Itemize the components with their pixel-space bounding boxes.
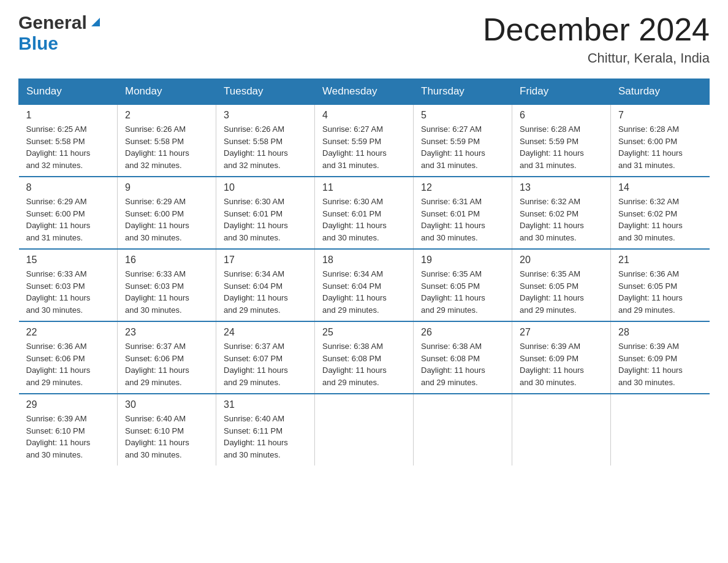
calendar-day-cell xyxy=(315,394,414,465)
calendar-day-cell: 15 Sunrise: 6:33 AM Sunset: 6:03 PM Dayl… xyxy=(19,249,118,321)
calendar-day-cell: 13 Sunrise: 6:32 AM Sunset: 6:02 PM Dayl… xyxy=(512,177,611,249)
day-number: 6 xyxy=(520,110,603,121)
day-number: 22 xyxy=(26,327,110,338)
weekday-header-tuesday: Tuesday xyxy=(216,79,315,105)
day-number: 15 xyxy=(26,255,110,266)
day-info: Sunrise: 6:40 AM Sunset: 6:10 PM Dayligh… xyxy=(125,413,208,461)
day-number: 23 xyxy=(125,327,208,338)
calendar-day-cell: 10 Sunrise: 6:30 AM Sunset: 6:01 PM Dayl… xyxy=(216,177,315,249)
day-info: Sunrise: 6:38 AM Sunset: 6:08 PM Dayligh… xyxy=(322,340,406,388)
weekday-header-friday: Friday xyxy=(512,79,611,105)
day-info: Sunrise: 6:32 AM Sunset: 6:02 PM Dayligh… xyxy=(618,196,702,243)
calendar-day-cell: 6 Sunrise: 6:28 AM Sunset: 5:59 PM Dayli… xyxy=(512,104,611,177)
day-info: Sunrise: 6:36 AM Sunset: 6:05 PM Dayligh… xyxy=(618,268,702,316)
day-number: 16 xyxy=(125,255,208,266)
page-header: General Blue December 2024 Chittur, Kera… xyxy=(18,12,710,66)
day-info: Sunrise: 6:39 AM Sunset: 6:10 PM Dayligh… xyxy=(26,413,110,461)
day-number: 10 xyxy=(224,182,307,193)
day-number: 9 xyxy=(125,182,208,193)
day-info: Sunrise: 6:36 AM Sunset: 6:06 PM Dayligh… xyxy=(26,340,110,388)
calendar-day-cell: 22 Sunrise: 6:36 AM Sunset: 6:06 PM Dayl… xyxy=(19,321,118,394)
calendar-day-cell: 18 Sunrise: 6:34 AM Sunset: 6:04 PM Dayl… xyxy=(315,249,414,321)
day-info: Sunrise: 6:38 AM Sunset: 6:08 PM Dayligh… xyxy=(421,340,504,388)
day-info: Sunrise: 6:34 AM Sunset: 6:04 PM Dayligh… xyxy=(224,268,307,316)
calendar-day-cell xyxy=(414,394,512,465)
day-info: Sunrise: 6:27 AM Sunset: 5:59 PM Dayligh… xyxy=(421,123,504,171)
day-info: Sunrise: 6:39 AM Sunset: 6:09 PM Dayligh… xyxy=(618,340,702,388)
weekday-header-sunday: Sunday xyxy=(19,79,118,105)
calendar-week-row: 8 Sunrise: 6:29 AM Sunset: 6:00 PM Dayli… xyxy=(19,177,710,249)
day-number: 11 xyxy=(322,182,406,193)
day-number: 18 xyxy=(322,255,406,266)
calendar-day-cell: 11 Sunrise: 6:30 AM Sunset: 6:01 PM Dayl… xyxy=(315,177,414,249)
day-number: 12 xyxy=(421,182,504,193)
day-number: 5 xyxy=(421,110,504,121)
calendar-day-cell: 9 Sunrise: 6:29 AM Sunset: 6:00 PM Dayli… xyxy=(118,177,216,249)
day-info: Sunrise: 6:34 AM Sunset: 6:04 PM Dayligh… xyxy=(322,268,406,316)
day-info: Sunrise: 6:25 AM Sunset: 5:58 PM Dayligh… xyxy=(26,123,110,171)
calendar-day-cell: 25 Sunrise: 6:38 AM Sunset: 6:08 PM Dayl… xyxy=(315,321,414,394)
day-info: Sunrise: 6:31 AM Sunset: 6:01 PM Dayligh… xyxy=(421,196,504,243)
calendar-day-cell xyxy=(512,394,611,465)
month-title: December 2024 xyxy=(483,12,710,47)
calendar-day-cell: 4 Sunrise: 6:27 AM Sunset: 5:59 PM Dayli… xyxy=(315,104,414,177)
calendar-day-cell: 1 Sunrise: 6:25 AM Sunset: 5:58 PM Dayli… xyxy=(19,104,118,177)
calendar-day-cell: 3 Sunrise: 6:26 AM Sunset: 5:58 PM Dayli… xyxy=(216,104,315,177)
calendar-day-cell xyxy=(611,394,710,465)
logo-triangle-icon xyxy=(89,15,102,31)
calendar-day-cell: 23 Sunrise: 6:37 AM Sunset: 6:06 PM Dayl… xyxy=(118,321,216,394)
day-number: 21 xyxy=(618,255,702,266)
weekday-header-thursday: Thursday xyxy=(414,79,512,105)
day-info: Sunrise: 6:37 AM Sunset: 6:06 PM Dayligh… xyxy=(125,340,208,388)
weekday-header-saturday: Saturday xyxy=(611,79,710,105)
weekday-header-monday: Monday xyxy=(118,79,216,105)
calendar-week-row: 29 Sunrise: 6:39 AM Sunset: 6:10 PM Dayl… xyxy=(19,394,710,465)
day-number: 27 xyxy=(520,327,603,338)
title-section: December 2024 Chittur, Kerala, India xyxy=(483,12,710,66)
day-info: Sunrise: 6:28 AM Sunset: 6:00 PM Dayligh… xyxy=(618,123,702,171)
day-info: Sunrise: 6:35 AM Sunset: 6:05 PM Dayligh… xyxy=(421,268,504,316)
day-info: Sunrise: 6:27 AM Sunset: 5:59 PM Dayligh… xyxy=(322,123,406,171)
day-info: Sunrise: 6:26 AM Sunset: 5:58 PM Dayligh… xyxy=(224,123,307,171)
day-number: 28 xyxy=(618,327,702,338)
day-info: Sunrise: 6:32 AM Sunset: 6:02 PM Dayligh… xyxy=(520,196,603,243)
day-number: 17 xyxy=(224,255,307,266)
calendar-week-row: 22 Sunrise: 6:36 AM Sunset: 6:06 PM Dayl… xyxy=(19,321,710,394)
location-title: Chittur, Kerala, India xyxy=(483,50,710,66)
day-number: 2 xyxy=(125,110,208,121)
day-info: Sunrise: 6:26 AM Sunset: 5:58 PM Dayligh… xyxy=(125,123,208,171)
calendar-week-row: 15 Sunrise: 6:33 AM Sunset: 6:03 PM Dayl… xyxy=(19,249,710,321)
calendar-day-cell: 17 Sunrise: 6:34 AM Sunset: 6:04 PM Dayl… xyxy=(216,249,315,321)
logo: General Blue xyxy=(18,12,102,54)
calendar-day-cell: 20 Sunrise: 6:35 AM Sunset: 6:05 PM Dayl… xyxy=(512,249,611,321)
weekday-header-wednesday: Wednesday xyxy=(315,79,414,105)
day-number: 14 xyxy=(618,182,702,193)
day-number: 8 xyxy=(26,182,110,193)
calendar-day-cell: 27 Sunrise: 6:39 AM Sunset: 6:09 PM Dayl… xyxy=(512,321,611,394)
calendar-day-cell: 28 Sunrise: 6:39 AM Sunset: 6:09 PM Dayl… xyxy=(611,321,710,394)
calendar-week-row: 1 Sunrise: 6:25 AM Sunset: 5:58 PM Dayli… xyxy=(19,104,710,177)
day-number: 4 xyxy=(322,110,406,121)
calendar-day-cell: 16 Sunrise: 6:33 AM Sunset: 6:03 PM Dayl… xyxy=(118,249,216,321)
day-info: Sunrise: 6:30 AM Sunset: 6:01 PM Dayligh… xyxy=(224,196,307,243)
calendar-day-cell: 24 Sunrise: 6:37 AM Sunset: 6:07 PM Dayl… xyxy=(216,321,315,394)
calendar-day-cell: 21 Sunrise: 6:36 AM Sunset: 6:05 PM Dayl… xyxy=(611,249,710,321)
day-number: 30 xyxy=(125,399,208,410)
day-number: 31 xyxy=(224,399,307,410)
calendar-day-cell: 7 Sunrise: 6:28 AM Sunset: 6:00 PM Dayli… xyxy=(611,104,710,177)
logo-blue-text: Blue xyxy=(18,33,58,53)
calendar-day-cell: 14 Sunrise: 6:32 AM Sunset: 6:02 PM Dayl… xyxy=(611,177,710,249)
day-info: Sunrise: 6:39 AM Sunset: 6:09 PM Dayligh… xyxy=(520,340,603,388)
day-number: 7 xyxy=(618,110,702,121)
day-number: 26 xyxy=(421,327,504,338)
calendar-day-cell: 29 Sunrise: 6:39 AM Sunset: 6:10 PM Dayl… xyxy=(19,394,118,465)
day-info: Sunrise: 6:40 AM Sunset: 6:11 PM Dayligh… xyxy=(224,413,307,461)
calendar-day-cell: 5 Sunrise: 6:27 AM Sunset: 5:59 PM Dayli… xyxy=(414,104,512,177)
day-info: Sunrise: 6:33 AM Sunset: 6:03 PM Dayligh… xyxy=(26,268,110,316)
day-info: Sunrise: 6:35 AM Sunset: 6:05 PM Dayligh… xyxy=(520,268,603,316)
svg-marker-0 xyxy=(91,18,100,26)
day-number: 3 xyxy=(224,110,307,121)
calendar-day-cell: 12 Sunrise: 6:31 AM Sunset: 6:01 PM Dayl… xyxy=(414,177,512,249)
calendar-day-cell: 8 Sunrise: 6:29 AM Sunset: 6:00 PM Dayli… xyxy=(19,177,118,249)
day-number: 29 xyxy=(26,399,110,410)
